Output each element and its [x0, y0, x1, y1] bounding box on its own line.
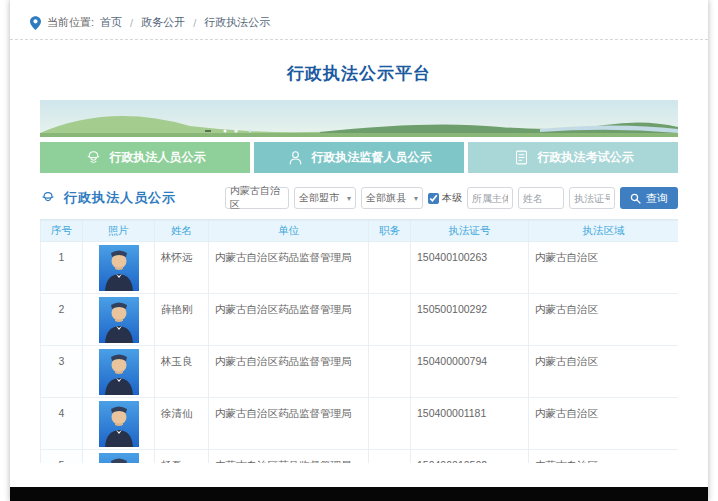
- tab-bar: 行政执法人员公示 行政执法监督人员公示 行政执法考试公示: [40, 142, 678, 173]
- cell-name: 徐清仙: [155, 398, 209, 450]
- breadcrumb-link-gov-info[interactable]: 政务公开: [141, 15, 185, 30]
- table-row: 4 徐清仙 内蒙古自治区药品监督管理局 150400001181 内蒙古自治区: [41, 398, 679, 450]
- cell-area: 内蒙古自治区: [529, 450, 679, 464]
- cell-cert-no: 150400001181: [411, 398, 529, 450]
- cell-no: 5: [41, 450, 83, 464]
- cert-no-input[interactable]: [569, 187, 615, 209]
- table-header-row: 序号 照片 姓名 单位 职务 执法证号 执法区域: [41, 221, 679, 242]
- cell-name: 林怀远: [155, 242, 209, 294]
- cell-cert-no: 150400100263: [411, 242, 529, 294]
- cell-unit: 内蒙古自治区药品监督管理局: [209, 242, 369, 294]
- tab-label: 行政执法监督人员公示: [312, 149, 432, 166]
- person-icon: [287, 149, 304, 166]
- cell-photo: [83, 294, 155, 346]
- breadcrumb-separator: /: [130, 17, 133, 29]
- page-card: 当前位置: 首页 / 政务公开 / 行政执法公示 行政执法公示平台: [10, 0, 708, 501]
- table-row: 5 杨磊 内蒙古自治区药品监督管理局 150400010502 内蒙古自治区: [41, 450, 679, 464]
- personnel-table-wrap: 序号 照片 姓名 单位 职务 执法证号 执法区域 1: [40, 219, 678, 463]
- section-header-row: 行政执法人员公示 内蒙古自治区 全部盟市 ▾ 全部旗县 ▾ 本级: [40, 186, 678, 210]
- officer-portrait-photo: [99, 297, 139, 343]
- cell-area: 内蒙古自治区: [529, 398, 679, 450]
- tab-label: 行政执法考试公示: [538, 149, 634, 166]
- cell-cert-no: 150400000794: [411, 346, 529, 398]
- breadcrumb-label: 当前位置:: [47, 15, 94, 30]
- location-pin-icon: [30, 16, 41, 30]
- banner-image: [40, 100, 678, 137]
- name-input[interactable]: [518, 187, 564, 209]
- city-select-value: 全部盟市: [299, 191, 339, 205]
- chevron-down-icon: ▾: [347, 194, 351, 203]
- officer-portrait-photo: [99, 401, 139, 447]
- cell-photo: [83, 450, 155, 464]
- header-position: 职务: [369, 221, 411, 242]
- exam-document-icon: [513, 149, 530, 166]
- search-button-label: 查询: [646, 191, 668, 206]
- section-officer-icon: [40, 190, 56, 206]
- tab-label: 行政执法人员公示: [110, 149, 206, 166]
- cell-photo: [83, 398, 155, 450]
- cell-position: [369, 450, 411, 464]
- cell-area: 内蒙古自治区: [529, 242, 679, 294]
- cell-name: 杨磊: [155, 450, 209, 464]
- tab-supervision-personnel[interactable]: 行政执法监督人员公示: [254, 142, 464, 173]
- search-icon: [630, 193, 641, 204]
- header-no: 序号: [41, 221, 83, 242]
- cell-no: 1: [41, 242, 83, 294]
- cell-photo: [83, 346, 155, 398]
- cell-position: [369, 346, 411, 398]
- cell-position: [369, 242, 411, 294]
- cell-cert-no: 150500100292: [411, 294, 529, 346]
- subject-input[interactable]: [467, 187, 513, 209]
- section-title: 行政执法人员公示: [64, 189, 176, 207]
- cell-name: 薛艳刚: [155, 294, 209, 346]
- portrait-silhouette: [99, 297, 139, 343]
- cell-no: 4: [41, 398, 83, 450]
- breadcrumb-divider: [10, 39, 708, 40]
- level-checkbox-label: 本级: [442, 191, 462, 205]
- grassland-banner-graphic: [40, 100, 678, 137]
- cell-unit: 内蒙古自治区药品监督管理局: [209, 346, 369, 398]
- tab-enforcement-personnel[interactable]: 行政执法人员公示: [40, 142, 250, 173]
- breadcrumb-separator: /: [193, 17, 196, 29]
- header-name: 姓名: [155, 221, 209, 242]
- footer-strip: [10, 487, 708, 501]
- header-area: 执法区域: [529, 221, 679, 242]
- cell-cert-no: 150400010502: [411, 450, 529, 464]
- header-unit: 单位: [209, 221, 369, 242]
- portrait-silhouette: [99, 401, 139, 447]
- search-button[interactable]: 查询: [620, 187, 678, 209]
- cell-unit: 内蒙古自治区药品监督管理局: [209, 450, 369, 464]
- breadcrumb-link-enforcement[interactable]: 行政执法公示: [204, 15, 270, 30]
- cell-position: [369, 294, 411, 346]
- table-row: 1 林怀远 内蒙古自治区药品监督管理局 150400100263 内蒙古自治区: [41, 242, 679, 294]
- cell-position: [369, 398, 411, 450]
- chevron-down-icon: ▾: [414, 194, 418, 203]
- portrait-silhouette: [99, 349, 139, 395]
- cell-photo: [83, 242, 155, 294]
- level-checkbox[interactable]: [428, 193, 439, 204]
- county-select[interactable]: 全部旗县 ▾: [361, 187, 423, 209]
- header-cert-no: 执法证号: [411, 221, 529, 242]
- portrait-silhouette: [99, 453, 139, 463]
- cell-no: 3: [41, 346, 83, 398]
- officer-portrait-photo: [99, 453, 139, 463]
- breadcrumb-link-home[interactable]: 首页: [100, 15, 122, 30]
- table-body: 1 林怀远 内蒙古自治区药品监督管理局 150400100263 内蒙古自治区 …: [41, 242, 679, 464]
- header-photo: 照片: [83, 221, 155, 242]
- cell-unit: 内蒙古自治区药品监督管理局: [209, 398, 369, 450]
- personnel-table: 序号 照片 姓名 单位 职务 执法证号 执法区域 1: [40, 220, 678, 463]
- city-select[interactable]: 全部盟市 ▾: [294, 187, 356, 209]
- breadcrumb: 当前位置: 首页 / 政务公开 / 行政执法公示: [10, 0, 708, 39]
- table-row: 2 薛艳刚 内蒙古自治区药品监督管理局 150500100292 内蒙古自治区: [41, 294, 679, 346]
- table-row: 3 林玉良 内蒙古自治区药品监督管理局 150400000794 内蒙古自治区: [41, 346, 679, 398]
- region-field[interactable]: 内蒙古自治区: [225, 187, 289, 209]
- officer-portrait-photo: [99, 349, 139, 395]
- tab-exam-publicity[interactable]: 行政执法考试公示: [468, 142, 678, 173]
- cell-name: 林玉良: [155, 346, 209, 398]
- filter-bar: 内蒙古自治区 全部盟市 ▾ 全部旗县 ▾ 本级: [225, 187, 678, 209]
- cell-area: 内蒙古自治区: [529, 294, 679, 346]
- cell-area: 内蒙古自治区: [529, 346, 679, 398]
- level-checkbox-wrap: 本级: [428, 191, 462, 205]
- cell-no: 2: [41, 294, 83, 346]
- county-select-value: 全部旗县: [366, 191, 406, 205]
